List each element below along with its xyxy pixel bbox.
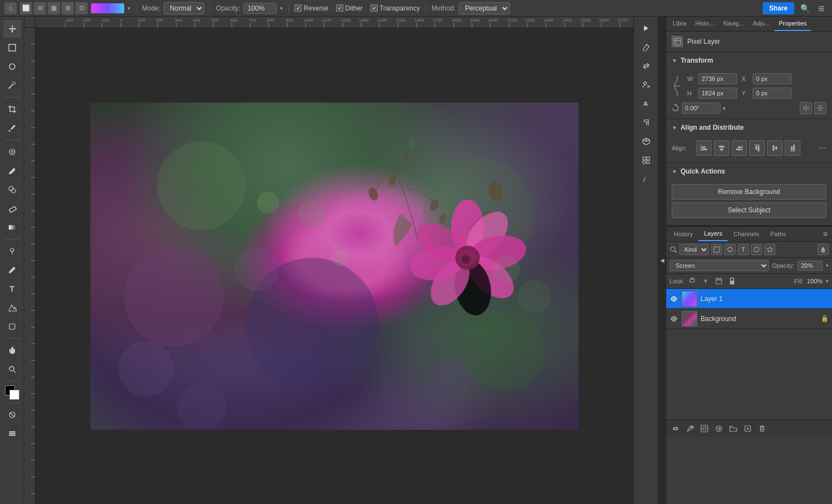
- reverse-checkbox[interactable]: [295, 4, 302, 12]
- tab-adju[interactable]: Adju...: [748, 17, 774, 31]
- home-button[interactable]: ⌂: [4, 2, 17, 14]
- select-subject-button[interactable]: Select Subject: [672, 202, 826, 218]
- filter-pixel-btn[interactable]: [711, 244, 722, 255]
- tool-type[interactable]: T: [3, 280, 21, 298]
- y-input[interactable]: [753, 88, 792, 99]
- tool-brush[interactable]: [3, 162, 21, 180]
- blend-mode-select[interactable]: Screen: [669, 260, 769, 271]
- tool-dodge[interactable]: [3, 242, 21, 260]
- layer1-eye[interactable]: [669, 296, 678, 302]
- filter-shape-btn[interactable]: [751, 244, 762, 255]
- quick-actions-header[interactable]: ▼ Quick Actions: [666, 163, 832, 180]
- tab-histo[interactable]: Histo...: [691, 17, 718, 31]
- tool-pen[interactable]: [3, 261, 21, 279]
- align-middle-v-button[interactable]: [767, 140, 783, 156]
- doc-btn-4[interactable]: ⊞: [62, 2, 74, 14]
- tool-move[interactable]: [3, 20, 21, 38]
- doc-btn-1[interactable]: ⬜: [20, 2, 32, 14]
- tool-path-select[interactable]: [3, 299, 21, 317]
- lock-all-btn[interactable]: [727, 276, 737, 286]
- strip-btn-edit[interactable]: [638, 39, 655, 55]
- tool-spot-heal[interactable]: [3, 143, 21, 161]
- canvas-scroll[interactable]: [35, 28, 633, 504]
- tool-lasso[interactable]: [3, 58, 21, 75]
- flip-v-button[interactable]: [814, 102, 826, 114]
- layer-opacity-input[interactable]: [798, 261, 823, 271]
- tab-properties[interactable]: Properties: [774, 17, 811, 31]
- opacity-dropdown-arrow[interactable]: ▾: [280, 6, 283, 11]
- collapse-panel-button[interactable]: ◀: [658, 17, 666, 504]
- remove-background-button[interactable]: Remove Background: [672, 184, 826, 200]
- doc-btn-2[interactable]: ⊟: [34, 2, 46, 14]
- lock-position-btn[interactable]: [701, 276, 711, 286]
- rotate-input[interactable]: [682, 103, 721, 114]
- strip-btn-play[interactable]: [638, 20, 655, 37]
- color-swatch-arrow[interactable]: ▾: [128, 6, 130, 11]
- btab-history[interactable]: History: [668, 227, 698, 241]
- align-section-header[interactable]: ▼ Align and Distribute: [666, 119, 832, 136]
- layer-folder-button[interactable]: [727, 422, 739, 435]
- strip-btn-person-swap[interactable]: [638, 77, 655, 93]
- btab-layers[interactable]: Layers: [698, 227, 728, 241]
- tool-clone[interactable]: [3, 181, 21, 198]
- doc-btn-3[interactable]: ▦: [48, 2, 60, 14]
- align-left-button[interactable]: [696, 140, 712, 156]
- mode-select[interactable]: Normal: [164, 2, 204, 14]
- layer-mask-button[interactable]: [698, 422, 711, 435]
- flip-h-button[interactable]: [800, 102, 812, 114]
- tool-shape[interactable]: [3, 318, 21, 335]
- window-button[interactable]: ⊞: [815, 2, 828, 14]
- align-center-h-button[interactable]: [714, 140, 729, 156]
- tab-navig[interactable]: Navig...: [719, 17, 748, 31]
- tool-zoom[interactable]: [3, 360, 21, 378]
- layer-fx-button[interactable]: [684, 422, 696, 435]
- transform-section-header[interactable]: ▼ Transform: [666, 52, 832, 69]
- layers-tab-more[interactable]: ≡: [821, 227, 830, 241]
- tool-select-rect[interactable]: [3, 39, 21, 57]
- layer-add-button[interactable]: [742, 422, 754, 435]
- background-eye[interactable]: [669, 316, 678, 322]
- lock-artboard-btn[interactable]: [714, 276, 724, 286]
- filter-type-btn[interactable]: T: [738, 244, 749, 255]
- strip-btn-paragraph[interactable]: [638, 114, 655, 131]
- width-input[interactable]: [698, 73, 737, 84]
- tool-mask[interactable]: [3, 406, 21, 424]
- height-input[interactable]: [698, 88, 737, 99]
- doc-btn-5[interactable]: ⊡: [75, 2, 88, 14]
- tool-gradient[interactable]: [3, 218, 21, 236]
- btab-channels[interactable]: Channels: [728, 227, 764, 241]
- opacity-input[interactable]: [243, 3, 277, 14]
- rotate-chevron[interactable]: ▾: [723, 105, 726, 111]
- share-button[interactable]: Share: [763, 2, 794, 14]
- filter-smart-btn[interactable]: [764, 244, 775, 255]
- search-button[interactable]: 🔍: [799, 2, 811, 14]
- strip-btn-letter[interactable]: ƒ: [638, 171, 655, 187]
- tool-hand[interactable]: [3, 342, 21, 359]
- align-right-button[interactable]: [732, 140, 747, 156]
- dither-checkbox[interactable]: [336, 4, 343, 12]
- layer-link-button[interactable]: [669, 422, 682, 435]
- tool-channels-more[interactable]: [3, 425, 21, 442]
- align-more-button[interactable]: ···: [819, 143, 826, 153]
- tool-eyedropper[interactable]: [3, 119, 21, 137]
- layer-row-layer1[interactable]: Layer 1: [666, 289, 832, 309]
- kind-filter-select[interactable]: Kind: [679, 244, 709, 255]
- method-select[interactable]: Perceptual: [459, 2, 510, 14]
- tab-libra[interactable]: Libra: [668, 17, 691, 31]
- layer-adjust-button[interactable]: [713, 422, 725, 435]
- filter-adjust-btn[interactable]: [724, 244, 735, 255]
- layer-row-background[interactable]: Background 🔒: [666, 309, 832, 329]
- background-color[interactable]: [9, 390, 19, 400]
- opacity-dropdown-arrow[interactable]: ▾: [826, 263, 829, 268]
- align-bottom-button[interactable]: [785, 140, 800, 156]
- fill-dropdown-arrow[interactable]: ▾: [826, 278, 829, 284]
- strip-btn-swap[interactable]: [638, 58, 655, 74]
- strip-btn-type[interactable]: A: [638, 95, 655, 112]
- lock-pixels-btn[interactable]: [687, 276, 697, 286]
- transparency-checkbox[interactable]: [371, 4, 378, 12]
- tool-eraser[interactable]: [3, 200, 21, 217]
- tool-magic-wand[interactable]: [3, 77, 21, 94]
- align-top-button[interactable]: [749, 140, 765, 156]
- tool-crop[interactable]: [3, 100, 21, 118]
- btab-paths[interactable]: Paths: [765, 227, 792, 241]
